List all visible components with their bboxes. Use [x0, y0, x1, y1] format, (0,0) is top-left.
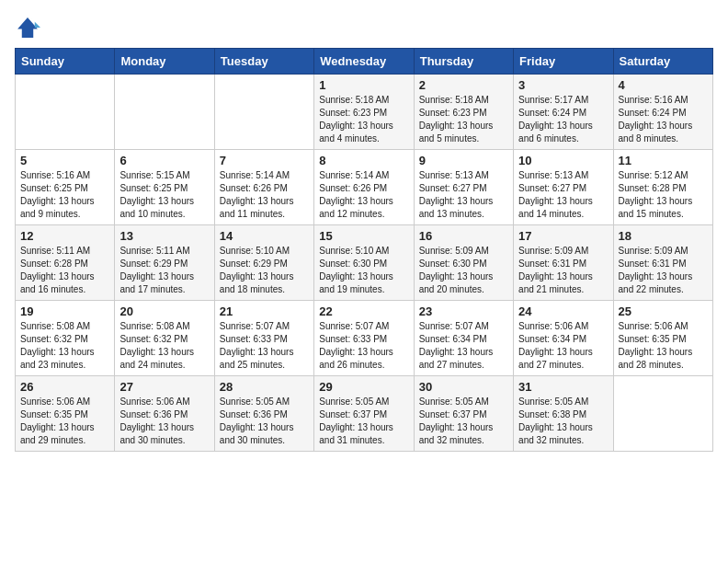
day-number: 2 [419, 78, 508, 92]
calendar-cell: 11Sunrise: 5:12 AM Sunset: 6:28 PM Dayli… [613, 150, 712, 225]
day-info: Sunrise: 5:10 AM Sunset: 6:30 PM Dayligh… [319, 245, 408, 296]
header-tuesday: Tuesday [214, 49, 313, 75]
calendar-cell: 9Sunrise: 5:13 AM Sunset: 6:27 PM Daylig… [414, 150, 513, 225]
svg-marker-0 [17, 17, 38, 38]
day-number: 5 [20, 154, 109, 167]
calendar-cell: 28Sunrise: 5:05 AM Sunset: 6:36 PM Dayli… [214, 376, 313, 452]
calendar-header-row: SundayMondayTuesdayWednesdayThursdayFrid… [16, 49, 713, 75]
day-number: 24 [518, 304, 608, 318]
day-number: 19 [20, 304, 109, 318]
day-info: Sunrise: 5:06 AM Sunset: 6:35 PM Dayligh… [20, 396, 109, 447]
week-row-4: 19Sunrise: 5:08 AM Sunset: 6:32 PM Dayli… [16, 301, 713, 376]
day-info: Sunrise: 5:11 AM Sunset: 6:29 PM Dayligh… [119, 245, 209, 296]
day-number: 27 [119, 380, 209, 394]
day-info: Sunrise: 5:09 AM Sunset: 6:30 PM Dayligh… [419, 245, 508, 296]
day-info: Sunrise: 5:14 AM Sunset: 6:26 PM Dayligh… [220, 169, 309, 221]
day-info: Sunrise: 5:05 AM Sunset: 6:36 PM Dayligh… [220, 396, 309, 447]
calendar-cell [613, 376, 712, 452]
day-info: Sunrise: 5:08 AM Sunset: 6:32 PM Dayligh… [20, 320, 109, 372]
calendar-cell: 17Sunrise: 5:09 AM Sunset: 6:31 PM Dayli… [514, 225, 613, 301]
day-info: Sunrise: 5:06 AM Sunset: 6:34 PM Dayligh… [518, 320, 608, 372]
day-number: 13 [119, 229, 209, 243]
day-info: Sunrise: 5:07 AM Sunset: 6:34 PM Dayligh… [419, 320, 508, 372]
day-info: Sunrise: 5:10 AM Sunset: 6:29 PM Dayligh… [220, 245, 309, 296]
logo [15, 15, 44, 40]
calendar-cell: 2Sunrise: 5:18 AM Sunset: 6:23 PM Daylig… [414, 75, 513, 150]
calendar-cell: 4Sunrise: 5:16 AM Sunset: 6:24 PM Daylig… [613, 75, 712, 150]
calendar-cell: 18Sunrise: 5:09 AM Sunset: 6:31 PM Dayli… [613, 225, 712, 301]
day-number: 8 [319, 154, 408, 167]
day-number: 11 [619, 154, 708, 167]
day-number: 15 [319, 229, 408, 243]
day-number: 29 [319, 380, 408, 394]
day-info: Sunrise: 5:06 AM Sunset: 6:35 PM Dayligh… [619, 320, 708, 372]
day-number: 25 [619, 304, 708, 318]
day-number: 31 [518, 380, 608, 394]
day-info: Sunrise: 5:05 AM Sunset: 6:37 PM Dayligh… [319, 396, 408, 447]
day-info: Sunrise: 5:09 AM Sunset: 6:31 PM Dayligh… [518, 245, 608, 296]
day-info: Sunrise: 5:18 AM Sunset: 6:23 PM Dayligh… [419, 94, 508, 145]
day-info: Sunrise: 5:05 AM Sunset: 6:37 PM Dayligh… [419, 396, 508, 447]
calendar-cell: 23Sunrise: 5:07 AM Sunset: 6:34 PM Dayli… [414, 301, 513, 376]
day-info: Sunrise: 5:08 AM Sunset: 6:32 PM Dayligh… [119, 320, 209, 372]
day-info: Sunrise: 5:14 AM Sunset: 6:26 PM Dayligh… [319, 169, 408, 221]
week-row-3: 12Sunrise: 5:11 AM Sunset: 6:28 PM Dayli… [16, 225, 713, 301]
day-number: 23 [419, 304, 508, 318]
day-number: 28 [220, 380, 309, 394]
calendar-cell: 16Sunrise: 5:09 AM Sunset: 6:30 PM Dayli… [414, 225, 513, 301]
calendar-cell: 22Sunrise: 5:07 AM Sunset: 6:33 PM Dayli… [314, 301, 414, 376]
header-wednesday: Wednesday [314, 49, 414, 75]
day-number: 14 [220, 229, 309, 243]
calendar-cell: 5Sunrise: 5:16 AM Sunset: 6:25 PM Daylig… [16, 150, 115, 225]
calendar-cell: 14Sunrise: 5:10 AM Sunset: 6:29 PM Dayli… [214, 225, 313, 301]
calendar-cell: 19Sunrise: 5:08 AM Sunset: 6:32 PM Dayli… [16, 301, 115, 376]
calendar-cell: 1Sunrise: 5:18 AM Sunset: 6:23 PM Daylig… [314, 75, 414, 150]
calendar-cell [16, 75, 115, 150]
day-info: Sunrise: 5:18 AM Sunset: 6:23 PM Dayligh… [319, 94, 408, 145]
day-number: 20 [119, 304, 209, 318]
day-number: 21 [220, 304, 309, 318]
calendar-cell: 21Sunrise: 5:07 AM Sunset: 6:33 PM Dayli… [214, 301, 313, 376]
calendar-table: SundayMondayTuesdayWednesdayThursdayFrid… [15, 48, 713, 452]
day-number: 9 [419, 154, 508, 167]
day-info: Sunrise: 5:15 AM Sunset: 6:25 PM Dayligh… [119, 169, 209, 221]
calendar-cell [115, 75, 214, 150]
day-info: Sunrise: 5:13 AM Sunset: 6:27 PM Dayligh… [518, 169, 608, 221]
calendar-cell: 25Sunrise: 5:06 AM Sunset: 6:35 PM Dayli… [613, 301, 712, 376]
calendar-cell: 8Sunrise: 5:14 AM Sunset: 6:26 PM Daylig… [314, 150, 414, 225]
day-info: Sunrise: 5:13 AM Sunset: 6:27 PM Dayligh… [419, 169, 508, 221]
header-saturday: Saturday [613, 49, 712, 75]
day-number: 22 [319, 304, 408, 318]
day-info: Sunrise: 5:06 AM Sunset: 6:36 PM Dayligh… [119, 396, 209, 447]
calendar-cell: 27Sunrise: 5:06 AM Sunset: 6:36 PM Dayli… [115, 376, 214, 452]
day-number: 3 [518, 78, 608, 92]
day-number: 7 [220, 154, 309, 167]
day-number: 6 [119, 154, 209, 167]
calendar-cell: 24Sunrise: 5:06 AM Sunset: 6:34 PM Dayli… [514, 301, 613, 376]
header-sunday: Sunday [16, 49, 115, 75]
calendar-cell [214, 75, 313, 150]
day-info: Sunrise: 5:05 AM Sunset: 6:38 PM Dayligh… [518, 396, 608, 447]
calendar-cell: 6Sunrise: 5:15 AM Sunset: 6:25 PM Daylig… [115, 150, 214, 225]
day-info: Sunrise: 5:11 AM Sunset: 6:28 PM Dayligh… [20, 245, 109, 296]
calendar-cell: 20Sunrise: 5:08 AM Sunset: 6:32 PM Dayli… [115, 301, 214, 376]
day-number: 16 [419, 229, 508, 243]
calendar-cell: 29Sunrise: 5:05 AM Sunset: 6:37 PM Dayli… [314, 376, 414, 452]
calendar-cell: 26Sunrise: 5:06 AM Sunset: 6:35 PM Dayli… [16, 376, 115, 452]
page-header [15, 15, 713, 40]
day-info: Sunrise: 5:16 AM Sunset: 6:25 PM Dayligh… [20, 169, 109, 221]
calendar-cell: 7Sunrise: 5:14 AM Sunset: 6:26 PM Daylig… [214, 150, 313, 225]
day-number: 4 [619, 78, 708, 92]
header-thursday: Thursday [414, 49, 513, 75]
calendar-cell: 15Sunrise: 5:10 AM Sunset: 6:30 PM Dayli… [314, 225, 414, 301]
calendar-cell: 13Sunrise: 5:11 AM Sunset: 6:29 PM Dayli… [115, 225, 214, 301]
calendar-cell: 12Sunrise: 5:11 AM Sunset: 6:28 PM Dayli… [16, 225, 115, 301]
day-number: 17 [518, 229, 608, 243]
day-info: Sunrise: 5:07 AM Sunset: 6:33 PM Dayligh… [220, 320, 309, 372]
calendar-cell: 3Sunrise: 5:17 AM Sunset: 6:24 PM Daylig… [514, 75, 613, 150]
calendar-cell: 30Sunrise: 5:05 AM Sunset: 6:37 PM Dayli… [414, 376, 513, 452]
logo-icon [15, 15, 40, 40]
header-friday: Friday [514, 49, 613, 75]
week-row-2: 5Sunrise: 5:16 AM Sunset: 6:25 PM Daylig… [16, 150, 713, 225]
day-info: Sunrise: 5:07 AM Sunset: 6:33 PM Dayligh… [319, 320, 408, 372]
